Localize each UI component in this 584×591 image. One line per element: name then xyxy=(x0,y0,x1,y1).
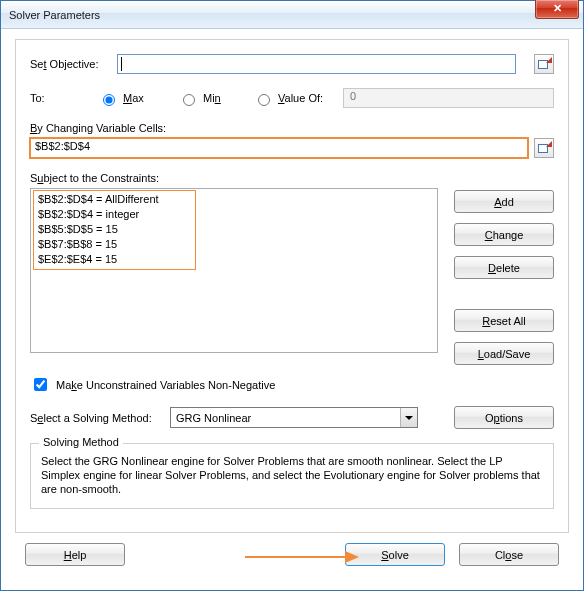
arrow-annotation-icon xyxy=(245,547,365,567)
caret xyxy=(121,57,122,71)
changing-ref-button[interactable] xyxy=(534,138,554,158)
constraints-label: Subject to the Constraints: xyxy=(30,172,438,184)
load-save-button[interactable]: Load/Save xyxy=(454,342,554,365)
method-label: Select a Solving Method: xyxy=(30,412,160,424)
window-title: Solver Parameters xyxy=(9,9,100,21)
reset-all-button[interactable]: Reset All xyxy=(454,309,554,332)
constraints-buttons: Add Change Delete Reset All Load/Save xyxy=(454,172,554,365)
svg-marker-1 xyxy=(345,551,359,563)
constraints-listbox[interactable]: $B$2:$D$4 = AllDifferent$B$2:$D$4 = inte… xyxy=(30,188,438,353)
objective-input[interactable] xyxy=(117,54,517,74)
method-row: Select a Solving Method: GRG Nonlinear O… xyxy=(30,406,554,429)
help-button[interactable]: Help xyxy=(25,543,125,566)
constraints-section: Subject to the Constraints: $B$2:$D$4 = … xyxy=(30,172,554,365)
chevron-down-icon xyxy=(400,408,417,427)
changing-label: By Changing Variable Cells: xyxy=(30,122,166,134)
titlebar: Solver Parameters ✕ xyxy=(1,1,583,29)
constraint-item[interactable]: $E$2:$E$4 = 15 xyxy=(38,252,159,267)
constraint-item[interactable]: $B$5:$D$5 = 15 xyxy=(38,222,159,237)
solving-method-group: Solving Method Select the GRG Nonlinear … xyxy=(30,443,554,509)
add-button[interactable]: Add xyxy=(454,190,554,213)
range-select-icon xyxy=(538,58,550,70)
nonneg-checkbox[interactable] xyxy=(34,378,47,391)
objective-row: Set Objective: xyxy=(30,54,554,74)
solving-method-title: Solving Method xyxy=(39,436,123,448)
options-button[interactable]: Options xyxy=(454,406,554,429)
radio-valueof-input[interactable] xyxy=(258,94,270,106)
radio-min-input[interactable] xyxy=(183,94,195,106)
main-panel: Set Objective: To: Max Min xyxy=(15,39,569,533)
constraint-item[interactable]: $B$2:$D$4 = AllDifferent xyxy=(38,192,159,207)
window-close-button[interactable]: ✕ xyxy=(535,0,579,19)
nonneg-label: Make Unconstrained Variables Non-Negativ… xyxy=(56,379,275,391)
radio-min[interactable]: Min xyxy=(178,91,253,106)
constraint-item[interactable]: $B$7:$B$8 = 15 xyxy=(38,237,159,252)
changing-cells-input[interactable]: $B$2:$D$4 xyxy=(30,138,528,158)
close-button[interactable]: Close xyxy=(459,543,559,566)
valueof-input[interactable]: 0 xyxy=(343,88,554,108)
to-row: To: Max Min Value Of: 0 xyxy=(30,88,554,108)
radio-max[interactable]: Max xyxy=(98,91,178,106)
changing-section: By Changing Variable Cells: $B$2:$D$4 xyxy=(30,122,554,158)
radio-max-input[interactable] xyxy=(103,94,115,106)
range-select-icon xyxy=(538,142,550,154)
dialog-footer: Help Solve Close xyxy=(15,533,569,578)
radio-valueof[interactable]: Value Of: xyxy=(253,91,343,106)
nonneg-checkbox-row[interactable]: Make Unconstrained Variables Non-Negativ… xyxy=(30,375,554,394)
constraint-item[interactable]: $B$2:$D$4 = integer xyxy=(38,207,159,222)
solver-dialog: Solver Parameters ✕ Set Objective: To: xyxy=(0,0,584,591)
to-label: To: xyxy=(30,92,98,104)
set-objective-label: Set Objective: xyxy=(30,58,99,70)
objective-ref-button[interactable] xyxy=(534,54,554,74)
dialog-body: Set Objective: To: Max Min xyxy=(1,29,583,590)
method-select[interactable]: GRG Nonlinear xyxy=(170,407,418,428)
delete-button[interactable]: Delete xyxy=(454,256,554,279)
close-icon: ✕ xyxy=(553,2,562,14)
solving-method-desc: Select the GRG Nonlinear engine for Solv… xyxy=(41,454,543,496)
change-button[interactable]: Change xyxy=(454,223,554,246)
